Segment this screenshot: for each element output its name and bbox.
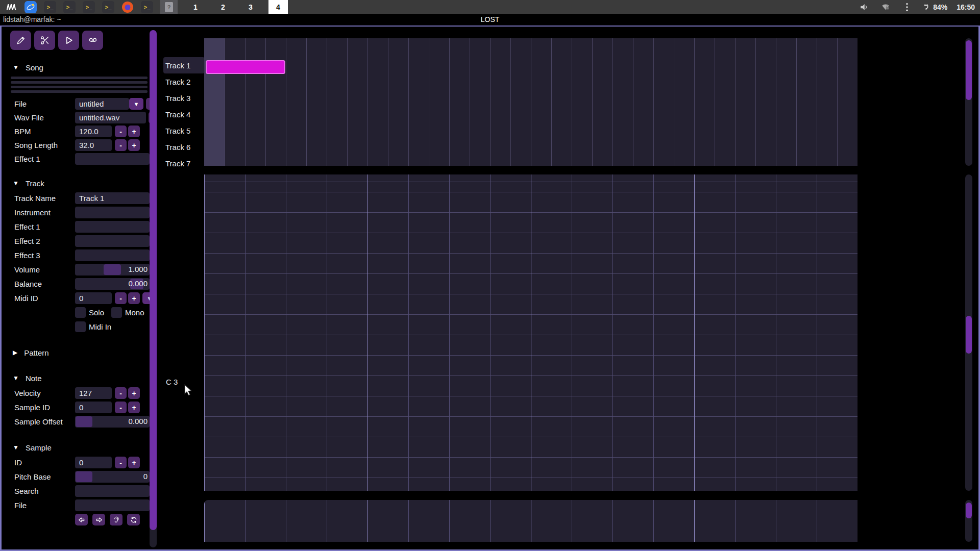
prev-sample-button[interactable] [75, 514, 88, 525]
mouse-cursor [183, 384, 194, 397]
sidebar-scrollbar[interactable] [150, 30, 157, 547]
next-sample-button[interactable] [92, 514, 105, 525]
instrument-label: Instrument [2, 208, 75, 217]
plus-button[interactable]: + [128, 457, 140, 468]
plug-icon [922, 3, 930, 11]
plus-button[interactable]: + [128, 126, 140, 137]
effect2-input[interactable] [75, 235, 150, 247]
velocity-input[interactable]: 127 [75, 387, 112, 399]
minus-button[interactable]: - [115, 126, 127, 137]
cut-tool-button[interactable] [34, 31, 55, 50]
id-input[interactable]: 0 [75, 457, 112, 468]
file-dropdown-button[interactable]: ▼ [129, 98, 143, 110]
balance-slider[interactable]: 0.000 [75, 278, 150, 290]
audition-button[interactable] [110, 514, 122, 525]
search-input[interactable] [75, 485, 150, 497]
arrangement-scrollbar-thumb[interactable] [966, 40, 972, 100]
volume-slider[interactable]: 1.000 [75, 264, 150, 276]
bpm-input[interactable]: 120.0 [75, 126, 112, 137]
plus-button[interactable]: + [128, 387, 140, 399]
effect1-input[interactable] [75, 221, 150, 233]
unknown-document-icon: ? [165, 2, 173, 12]
play-icon [64, 35, 74, 45]
volume-slider-handle[interactable] [104, 264, 121, 275]
section-header-sample[interactable]: ▼ Sample [13, 442, 150, 453]
loop-button[interactable] [82, 31, 103, 50]
minus-button[interactable]: - [115, 139, 127, 151]
sample-id-input[interactable]: 0 [75, 402, 112, 413]
workspace-3[interactable]: 3 [241, 0, 260, 14]
workspace-2[interactable]: 2 [213, 0, 233, 14]
refresh-icon [130, 516, 138, 524]
load-button[interactable]: L [146, 98, 150, 110]
file-select-value[interactable]: untitled [75, 98, 129, 110]
section-header-pattern[interactable]: ▶ Pattern [13, 347, 150, 358]
solo-checkbox[interactable] [75, 307, 86, 318]
velocity-lane-grid[interactable] [204, 500, 857, 542]
piano-roll-grid[interactable] [204, 174, 857, 491]
terminal-icon[interactable]: >_ [102, 1, 114, 13]
track-name-input[interactable]: Track 1 [75, 192, 150, 204]
sample-file-input[interactable] [75, 499, 150, 511]
track-effect3-row: Effect 3 [2, 249, 150, 261]
velocity-lane-scrollbar[interactable] [965, 500, 972, 542]
arrangement-scrollbar[interactable] [965, 38, 972, 166]
document-app-cell[interactable]: ? [160, 0, 178, 14]
workspace-1[interactable]: 1 [186, 0, 205, 14]
reload-sample-button[interactable] [127, 514, 140, 525]
plus-button[interactable]: + [128, 139, 140, 151]
section-header-track[interactable]: ▼ Track [13, 178, 150, 188]
arrangement-grid[interactable] [204, 38, 857, 166]
minus-button[interactable]: - [115, 402, 127, 413]
mono-checkbox[interactable] [111, 307, 122, 318]
section-title: Track [26, 179, 44, 188]
sample-offset-handle[interactable] [76, 416, 92, 427]
plus-button[interactable]: + [128, 402, 140, 413]
plus-button[interactable]: + [128, 292, 140, 304]
track-row[interactable]: Track 2 [163, 73, 205, 90]
terminal-icon[interactable]: >_ [63, 1, 76, 13]
track-row-selected[interactable]: Track 1 [163, 57, 205, 73]
minus-button[interactable]: - [115, 387, 127, 399]
section-header-song[interactable]: ▼ Song [13, 62, 150, 72]
sample-offset-slider[interactable]: 0.000 [75, 416, 150, 428]
effect1-input[interactable] [75, 153, 150, 165]
track-row[interactable]: Track 4 [163, 106, 205, 122]
wifi-lock-icon[interactable] [879, 1, 892, 13]
kebab-menu-icon[interactable] [901, 1, 913, 13]
firefox-icon[interactable] [121, 1, 134, 13]
piano-roll-scrollbar[interactable] [965, 174, 972, 491]
minus-button[interactable]: - [115, 457, 127, 468]
piano-roll-scrollbar-thumb[interactable] [966, 316, 972, 354]
orbit-app-icon[interactable] [24, 1, 37, 13]
play-button[interactable] [58, 31, 79, 50]
draw-tool-button[interactable] [10, 31, 31, 50]
sample-nav-buttons [75, 514, 150, 525]
pitch-base-slider[interactable]: 0 [75, 471, 150, 483]
pitch-base-handle[interactable] [76, 471, 92, 482]
minus-button[interactable]: - [115, 292, 127, 304]
midi-in-checkbox[interactable] [75, 321, 86, 332]
velocity-lane-scrollbar-thumb[interactable] [966, 503, 972, 518]
titlebar: lidstah@marfak: ~ LOST [0, 14, 980, 26]
sidebar-scrollbar-thumb[interactable] [150, 30, 157, 530]
instrument-input[interactable] [75, 207, 150, 218]
terminal-icon[interactable]: >_ [44, 1, 56, 13]
section-title: Note [26, 374, 42, 383]
pattern-clip-track1[interactable] [206, 60, 285, 74]
wav-file-input[interactable]: untitled.wav [75, 112, 146, 123]
song-length-input[interactable]: 32.0 [75, 139, 112, 151]
track-row[interactable]: Track 6 [163, 139, 205, 155]
track-effect2-row: Effect 2 [2, 235, 150, 247]
midi-dropdown-button[interactable]: ▼ [142, 292, 150, 304]
track-row[interactable]: Track 7 [163, 155, 205, 171]
workspace-4-active[interactable]: 4 [268, 0, 288, 14]
terminal-icon[interactable]: >_ [141, 1, 153, 13]
speaker-icon[interactable] [858, 1, 870, 13]
section-header-note[interactable]: ▼ Note [13, 373, 150, 383]
terminal-icon[interactable]: >_ [83, 1, 95, 13]
effect3-input[interactable] [75, 249, 150, 261]
track-row[interactable]: Track 5 [163, 122, 205, 139]
midi-id-input[interactable]: 0 [75, 292, 112, 304]
track-row[interactable]: Track 3 [163, 90, 205, 106]
